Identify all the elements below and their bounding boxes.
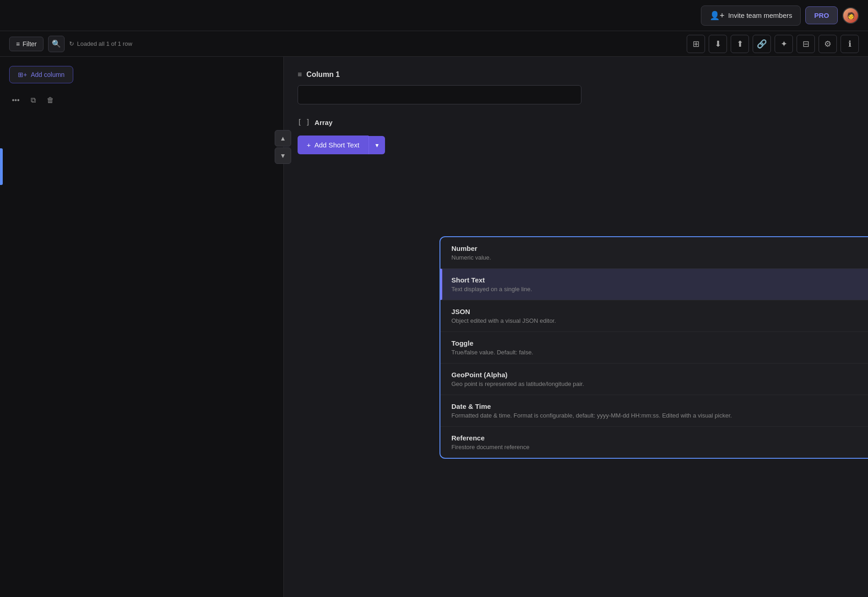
- item-desc: Numeric value.: [451, 254, 867, 261]
- dropdown-item[interactable]: GeoPoint (Alpha) Geo point is represente…: [440, 364, 868, 395]
- invite-label: Invite team members: [728, 11, 792, 19]
- loaded-text-label: Loaded all 1 of 1 row: [77, 40, 132, 47]
- column-name-input[interactable]: [298, 85, 581, 104]
- avatar[interactable]: 🧑: [842, 7, 859, 24]
- dropdown-item[interactable]: Number Numeric value.: [440, 237, 868, 269]
- chevron-down-icon: ▾: [375, 141, 379, 149]
- dropdown-item[interactable]: Date & Time Formatted date & time. Forma…: [440, 395, 868, 427]
- add-short-text-dropdown-button[interactable]: ▾: [369, 136, 385, 154]
- toolbar-left: ≡ Filter 🔍 ↻ Loaded all 1 of 1 row: [9, 36, 682, 52]
- star-icon: ✦: [781, 39, 787, 49]
- info-icon: ℹ: [848, 39, 852, 49]
- plus-icon: +: [307, 141, 311, 149]
- delete-row-button[interactable]: 🗑: [44, 94, 57, 106]
- dropdown-item[interactable]: Short Text Text displayed on a single li…: [440, 269, 868, 300]
- download-icon: ⬇: [715, 39, 722, 49]
- add-column-label: Add column: [31, 71, 65, 78]
- top-bar: 👤+ Invite team members PRO 🧑: [0, 0, 868, 31]
- array-icon: [ ]: [298, 118, 310, 126]
- item-desc: Formatted date & time. Format is configu…: [451, 412, 867, 419]
- scroll-nav: ▲ ▼: [275, 130, 291, 164]
- item-title: Date & Time: [451, 402, 867, 410]
- copy-row-button[interactable]: ⧉: [28, 94, 38, 106]
- upload-button[interactable]: ⬆: [731, 35, 749, 53]
- info-button[interactable]: ℹ: [841, 35, 859, 53]
- refresh-icon: ↻: [69, 40, 74, 47]
- gear-icon: ⚙: [824, 39, 831, 49]
- column-title: Column 1: [306, 71, 340, 79]
- item-title: Toggle: [451, 339, 867, 347]
- download-button[interactable]: ⬇: [709, 35, 727, 53]
- array-section: [ ] Array: [298, 118, 854, 126]
- link-button[interactable]: 🔗: [753, 35, 771, 53]
- dropdown-item[interactable]: Reference Firestore document reference: [440, 427, 868, 458]
- search-button[interactable]: 🔍: [48, 36, 65, 52]
- row-actions: ••• ⧉ 🗑: [9, 94, 274, 106]
- chevron-up-icon: ▲: [280, 135, 286, 142]
- item-title: GeoPoint (Alpha): [451, 371, 867, 379]
- scroll-up-button[interactable]: ▲: [275, 130, 291, 147]
- loaded-status: ↻ Loaded all 1 of 1 row: [69, 40, 132, 47]
- item-title: Number: [451, 244, 867, 252]
- toolbar-right: ⊞ ⬇ ⬆ 🔗 ✦ ⊟ ⚙ ℹ: [687, 35, 859, 53]
- add-short-text-container: + Add Short Text ▾: [298, 136, 854, 154]
- cell-indicator: [0, 148, 3, 185]
- star-button[interactable]: ✦: [775, 35, 793, 53]
- item-desc: True/false value. Default: false.: [451, 349, 867, 356]
- settings-button[interactable]: ⚙: [819, 35, 837, 53]
- filter-label: Filter: [22, 40, 37, 48]
- grid-icon: ⊞: [693, 39, 700, 49]
- filter-icon: ≡: [16, 40, 20, 48]
- array-label: Array: [315, 119, 332, 126]
- column-header-icon: ≡: [298, 71, 302, 79]
- item-desc: Text displayed on a single line.: [451, 286, 867, 293]
- add-short-text-label: Add Short Text: [315, 141, 359, 149]
- dropdown-panel: Number Numeric value. Short Text Text di…: [439, 236, 868, 459]
- item-desc: Object edited with a visual JSON editor.: [451, 317, 867, 324]
- pro-button[interactable]: PRO: [805, 6, 838, 24]
- copy-icon: ⧉: [31, 96, 36, 104]
- add-column-icon: ⊞+: [18, 71, 27, 78]
- item-desc: Geo point is represented as latitude/lon…: [451, 380, 867, 387]
- toolbar-row: ≡ Filter 🔍 ↻ Loaded all 1 of 1 row ⊞ ⬇ ⬆…: [0, 31, 868, 57]
- item-title: Short Text: [451, 276, 867, 284]
- dropdown-item[interactable]: Toggle True/false value. Default: false.: [440, 332, 868, 364]
- scroll-down-button[interactable]: ▼: [275, 147, 291, 164]
- more-options-button[interactable]: •••: [9, 94, 22, 106]
- grid-view-button[interactable]: ⊞: [687, 35, 705, 53]
- filter-button[interactable]: ≡ Filter: [9, 37, 43, 51]
- left-panel: ⊞+ Add column ••• ⧉ 🗑: [0, 57, 284, 597]
- dropdown-item[interactable]: JSON Object edited with a visual JSON ed…: [440, 300, 868, 332]
- layout-button[interactable]: ⊟: [797, 35, 815, 53]
- main-content: ⊞+ Add column ••• ⧉ 🗑 ▲ ▼: [0, 57, 868, 597]
- invite-team-button[interactable]: 👤+ Invite team members: [701, 5, 801, 26]
- item-title: JSON: [451, 308, 867, 315]
- layout-icon: ⊟: [803, 39, 809, 49]
- add-short-text-button[interactable]: + Add Short Text: [298, 136, 369, 154]
- pro-label: PRO: [814, 11, 829, 19]
- item-title: Reference: [451, 434, 867, 442]
- add-column-button[interactable]: ⊞+ Add column: [9, 66, 73, 83]
- add-person-icon: 👤+: [710, 11, 725, 21]
- item-desc: Firestore document reference: [451, 444, 867, 450]
- ellipsis-icon: •••: [12, 96, 20, 104]
- right-panel: ▲ ▼ ≡ Column 1 [ ] Array + Add Short Tex…: [284, 57, 868, 597]
- trash-icon: 🗑: [47, 96, 54, 104]
- search-icon: 🔍: [52, 39, 61, 48]
- column-header: ≡ Column 1: [298, 71, 854, 79]
- link-icon: 🔗: [757, 39, 767, 49]
- upload-icon: ⬆: [737, 39, 743, 49]
- chevron-down-icon: ▼: [280, 152, 286, 159]
